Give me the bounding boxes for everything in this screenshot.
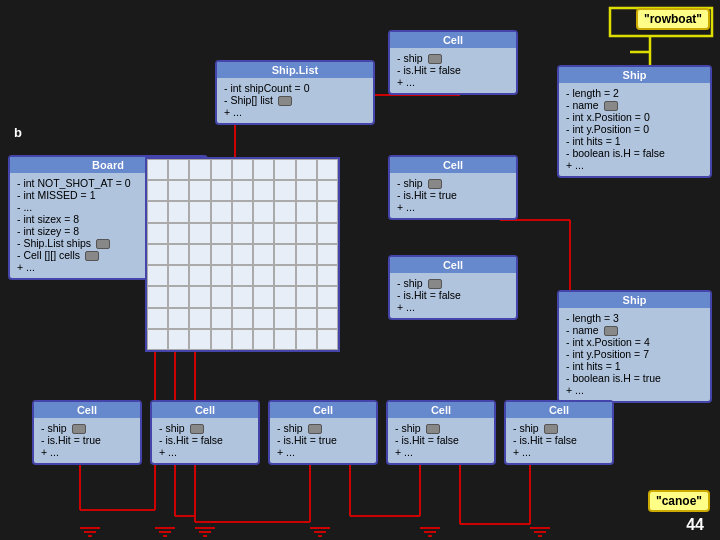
grid-cell <box>168 244 189 265</box>
ship-top-ypos: - int y.Position = 0 <box>566 123 703 135</box>
grid-cell <box>147 159 168 180</box>
grid-cell <box>168 180 189 201</box>
cell-bot5-box: Cell - ship - is.Hit = false + ... <box>504 400 614 465</box>
grid-cell <box>274 286 295 307</box>
ship-bottom-ypos: - int y.Position = 7 <box>566 348 703 360</box>
cell-bot2-ship: - ship <box>159 422 251 434</box>
cell-bot4-more: + ... <box>395 446 487 458</box>
grid-cell <box>211 180 232 201</box>
grid-cell <box>189 244 210 265</box>
ship-bottom-length: - length = 3 <box>566 312 703 324</box>
cell-bot1-more: + ... <box>41 446 133 458</box>
cell-bot2-connector <box>190 424 204 434</box>
ship-top-hits: - int hits = 1 <box>566 135 703 147</box>
grid-cell <box>147 180 168 201</box>
ship-top-ish: - boolean is.H = false <box>566 147 703 159</box>
grid-cell <box>296 329 317 350</box>
ship-top-length: - length = 2 <box>566 87 703 99</box>
cell-bot5-ishit: - is.Hit = false <box>513 434 605 446</box>
grid-cell <box>168 201 189 222</box>
cell-mid2-ship-connector <box>428 279 442 289</box>
cell-top-box: Cell - ship - is.Hit = false + ... <box>388 30 518 95</box>
grid-cell <box>147 329 168 350</box>
cell-mid-title: Cell <box>390 157 516 173</box>
grid-cell <box>189 223 210 244</box>
grid-cell <box>189 180 210 201</box>
grid-cell <box>253 201 274 222</box>
cell-mid2-title: Cell <box>390 257 516 273</box>
cell-mid-ship-connector <box>428 179 442 189</box>
grid-cell <box>296 244 317 265</box>
ship-bottom-xpos: - int x.Position = 4 <box>566 336 703 348</box>
grid-cell <box>147 286 168 307</box>
cell-bot1-ishit: - is.Hit = true <box>41 434 133 446</box>
cell-bot2-title: Cell <box>152 402 258 418</box>
board-ships-connector <box>96 239 110 249</box>
grid-cell <box>317 201 338 222</box>
grid-cell <box>147 223 168 244</box>
cell-bot5-more: + ... <box>513 446 605 458</box>
grid-cell <box>253 180 274 201</box>
grid-cell <box>253 223 274 244</box>
grid-cell <box>296 223 317 244</box>
grid-cell <box>317 265 338 286</box>
grid-cell <box>253 329 274 350</box>
cell-bot1-ship: - ship <box>41 422 133 434</box>
grid-cell <box>168 265 189 286</box>
grid-cell <box>253 286 274 307</box>
grid-cell <box>296 308 317 329</box>
ship-top-title: Ship <box>559 67 710 83</box>
ship-list-title: Ship.List <box>217 62 373 78</box>
ship-bottom-title: Ship <box>559 292 710 308</box>
cell-mid2-more: + ... <box>397 301 509 313</box>
grid-cell <box>189 329 210 350</box>
ship-bottom-name: - name <box>566 324 703 336</box>
page-number: 44 <box>686 516 704 534</box>
ship-list-connector <box>278 96 292 106</box>
grid-cell <box>211 201 232 222</box>
grid-cell <box>274 201 295 222</box>
grid-cell <box>317 223 338 244</box>
grid-cell <box>211 329 232 350</box>
grid-cell <box>189 201 210 222</box>
grid-cell <box>232 159 253 180</box>
ship-bottom-more: + ... <box>566 384 703 396</box>
cell-bot1-title: Cell <box>34 402 140 418</box>
cell-bot3-box: Cell - ship - is.Hit = true + ... <box>268 400 378 465</box>
cell-bot3-ship: - ship <box>277 422 369 434</box>
ship-list-box: Ship.List - int shipCount = 0 - Ship[] l… <box>215 60 375 125</box>
cell-bot2-box: Cell - ship - is.Hit = false + ... <box>150 400 260 465</box>
cell-mid-ishit: - is.Hit = true <box>397 189 509 201</box>
ship-bottom-box: Ship - length = 3 - name - int x.Positio… <box>557 290 712 403</box>
grid-cell <box>253 308 274 329</box>
cell-mid-more: + ... <box>397 201 509 213</box>
grid-cell <box>168 329 189 350</box>
grid-cell <box>274 265 295 286</box>
grid-cell <box>232 201 253 222</box>
cell-bot2-more: + ... <box>159 446 251 458</box>
cell-top-ship-connector <box>428 54 442 64</box>
grid-cell <box>232 244 253 265</box>
board-grid: // Grid cells will be generated by JS be… <box>145 157 340 352</box>
cell-mid-box: Cell - ship - is.Hit = true + ... <box>388 155 518 220</box>
cell-bot3-connector <box>308 424 322 434</box>
grid-cell <box>168 159 189 180</box>
diagram-container: "rowboat" Cell - ship - is.Hit = false +… <box>0 0 720 540</box>
cell-top-more: + ... <box>397 76 509 88</box>
grid-cell <box>189 265 210 286</box>
grid-cell <box>296 180 317 201</box>
grid-cell <box>147 265 168 286</box>
grid-cell <box>274 159 295 180</box>
canoe-label: "canoe" <box>648 490 710 512</box>
grid-cell <box>147 201 168 222</box>
cell-mid2-box: Cell - ship - is.Hit = false + ... <box>388 255 518 320</box>
ship-list-arr: - Ship[] list <box>224 94 366 106</box>
grid-cell <box>232 286 253 307</box>
cell-bot3-more: + ... <box>277 446 369 458</box>
rowboat-label: "rowboat" <box>636 8 710 30</box>
grid-cell <box>296 286 317 307</box>
cell-bot4-ship: - ship <box>395 422 487 434</box>
cell-mid2-ship: - ship <box>397 277 509 289</box>
grid-cell <box>317 329 338 350</box>
grid-cell <box>296 201 317 222</box>
